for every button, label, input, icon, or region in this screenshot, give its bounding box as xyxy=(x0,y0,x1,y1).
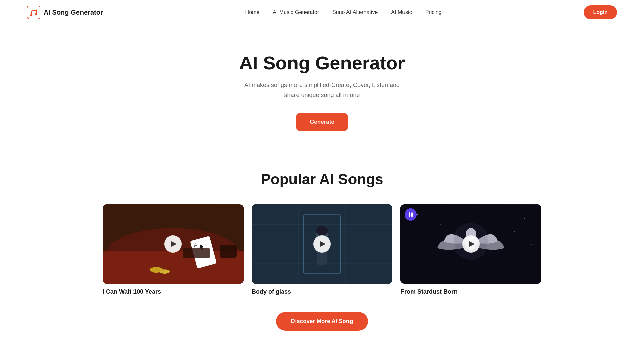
play-button-1[interactable] xyxy=(164,235,182,253)
song-card-3[interactable]: From Stardust Born xyxy=(400,204,541,295)
svg-rect-11 xyxy=(220,245,237,258)
songs-grid: A I Can Wait 100 Years xyxy=(27,204,617,295)
svg-point-29 xyxy=(427,238,428,238)
svg-rect-10 xyxy=(183,248,210,258)
song-thumbnail-1: A xyxy=(103,204,244,284)
play-button-3[interactable] xyxy=(462,235,480,253)
song-card-1[interactable]: A I Can Wait 100 Years xyxy=(103,204,244,295)
hero-title: AI Song Generator xyxy=(7,52,637,74)
pause-indicator-3 xyxy=(405,208,417,221)
song-thumbnail-3 xyxy=(400,204,541,284)
nav-links: Home AI Music Generator Suno AI Alternat… xyxy=(245,9,442,15)
svg-point-28 xyxy=(440,224,441,225)
popular-section: Popular AI Songs A xyxy=(0,151,644,358)
popular-title: Popular AI Songs xyxy=(27,171,617,188)
svg-point-27 xyxy=(417,214,418,215)
svg-point-2 xyxy=(35,13,37,15)
logo-icon xyxy=(27,6,40,19)
svg-point-7 xyxy=(160,269,170,274)
svg-rect-0 xyxy=(27,6,40,19)
play-icon-1 xyxy=(171,241,177,247)
pause-bar-left xyxy=(409,212,410,217)
login-button[interactable]: Login xyxy=(584,5,617,19)
svg-point-25 xyxy=(316,226,328,235)
navbar: AI Song Generator Home AI Music Generato… xyxy=(0,0,644,25)
hero-section: AI Song Generator AI makes songs more si… xyxy=(0,25,644,151)
svg-point-31 xyxy=(514,231,515,232)
logo-text: AI Song Generator xyxy=(44,9,103,16)
svg-point-30 xyxy=(524,217,525,218)
generate-button[interactable]: Generate xyxy=(296,113,348,131)
play-icon-2 xyxy=(320,241,326,247)
nav-ai-music[interactable]: AI Music xyxy=(391,9,412,15)
song-thumbnail-2 xyxy=(252,204,392,284)
nav-suno-ai-alternative[interactable]: Suno AI Alternative xyxy=(332,9,378,15)
song-title-3: From Stardust Born xyxy=(400,288,541,295)
pause-bar-right xyxy=(411,212,413,217)
nav-ai-music-generator[interactable]: AI Music Generator xyxy=(273,9,319,15)
hero-subtitle: AI makes songs more simplified-Create, C… xyxy=(238,80,406,100)
song-card-2[interactable]: Body of glass xyxy=(252,204,392,295)
nav-home[interactable]: Home xyxy=(245,9,260,15)
svg-point-1 xyxy=(30,14,32,16)
pause-bars xyxy=(409,212,413,217)
nav-pricing[interactable]: Pricing xyxy=(425,9,442,15)
play-icon-3 xyxy=(469,241,475,247)
song-title-2: Body of glass xyxy=(252,288,392,295)
svg-point-32 xyxy=(531,244,532,245)
discover-button[interactable]: Discover More AI Song xyxy=(276,312,368,331)
play-button-2[interactable] xyxy=(313,235,331,253)
song-title-1: I Can Wait 100 Years xyxy=(103,288,244,295)
logo-link[interactable]: AI Song Generator xyxy=(27,6,103,19)
